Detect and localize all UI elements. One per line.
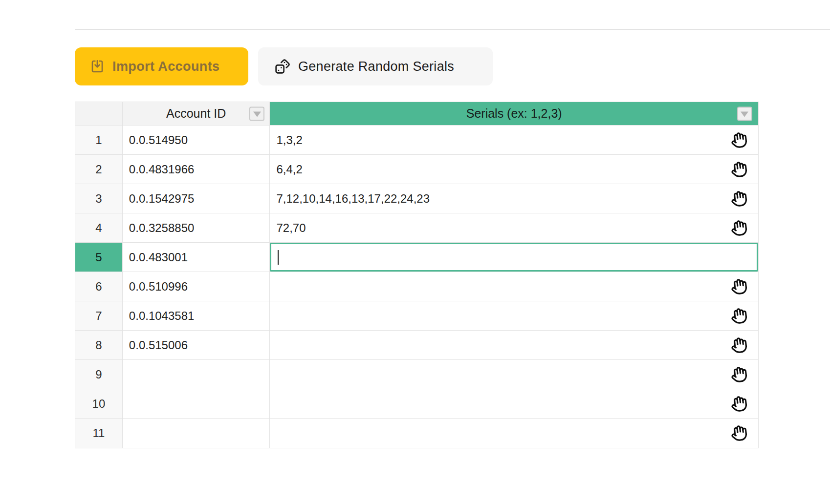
serials-cell[interactable] <box>270 360 758 389</box>
account-id-value: 0.0.1542975 <box>129 192 194 206</box>
serials-header-cell: Serials (ex: 1,2,3) <box>270 102 758 126</box>
grab-hand-icon[interactable] <box>730 219 748 237</box>
import-accounts-label: Import Accounts <box>112 59 220 74</box>
accounts-serials-table: Account ID Serials (ex: 1,2,3) 1 0.0.514… <box>75 102 759 448</box>
account-id-cell[interactable]: 0.0.1542975 <box>123 184 270 213</box>
table-row: 2 0.0.4831966 6,4,2 <box>75 155 758 184</box>
grab-hand-icon[interactable] <box>730 336 748 354</box>
row-number-cell[interactable]: 3 <box>75 184 123 213</box>
row-number-cell[interactable]: 7 <box>75 301 123 331</box>
table-row: 10 <box>75 389 758 419</box>
serials-header-label: Serials (ex: 1,2,3) <box>466 106 562 121</box>
table-header-row: Account ID Serials (ex: 1,2,3) <box>75 102 758 126</box>
grab-hand-icon[interactable] <box>730 277 748 295</box>
serials-cell[interactable]: 1,3,2 <box>270 126 758 155</box>
text-caret <box>278 250 279 265</box>
grab-hand-icon[interactable] <box>730 395 748 413</box>
serials-value: 7,12,10,14,16,13,17,22,24,23 <box>276 192 430 206</box>
serials-cell[interactable] <box>270 272 758 301</box>
row-number: 3 <box>95 192 102 206</box>
row-number-cell[interactable]: 2 <box>75 155 123 184</box>
row-number: 6 <box>95 280 102 294</box>
account-id-cell[interactable]: 0.0.510996 <box>123 272 270 301</box>
table-row: 3 0.0.1542975 7,12,10,14,16,13,17,22,24,… <box>75 184 758 213</box>
row-number: 8 <box>95 338 102 352</box>
account-id-value: 0.0.514950 <box>129 133 188 147</box>
account-id-value: 0.0.1043581 <box>129 309 194 323</box>
row-number: 9 <box>95 368 102 381</box>
row-number: 1 <box>95 133 102 147</box>
row-number: 7 <box>95 309 102 323</box>
account-id-filter-button[interactable] <box>249 106 264 121</box>
account-id-cell[interactable]: 0.0.4831966 <box>123 155 270 184</box>
account-id-value: 0.0.515006 <box>129 338 188 352</box>
table-row: 5 0.0.483001 <box>75 243 758 272</box>
filter-dropdown-triangle-icon <box>741 111 748 117</box>
account-id-cell[interactable]: 0.0.3258850 <box>123 213 270 243</box>
table-row: 7 0.0.1043581 <box>75 301 758 331</box>
serials-value: 1,3,2 <box>276 133 302 147</box>
account-id-cell[interactable]: 0.0.515006 <box>123 331 270 360</box>
account-id-cell[interactable] <box>123 360 270 389</box>
row-number-cell[interactable]: 4 <box>75 213 123 243</box>
row-number: 5 <box>95 251 102 264</box>
serials-cell[interactable] <box>270 389 758 419</box>
account-id-cell[interactable] <box>123 389 270 419</box>
serials-cell[interactable]: 6,4,2 <box>270 155 758 184</box>
grab-hand-icon[interactable] <box>730 160 748 178</box>
serials-edit-input[interactable] <box>270 243 758 272</box>
table-row: 9 <box>75 360 758 389</box>
account-id-value: 0.0.483001 <box>129 251 188 264</box>
row-number-cell[interactable]: 1 <box>75 126 123 155</box>
serials-value: 6,4,2 <box>276 163 302 176</box>
serials-cell[interactable] <box>270 301 758 331</box>
table-row: 11 <box>75 419 758 448</box>
row-number-cell[interactable]: 6 <box>75 272 123 301</box>
row-number: 4 <box>95 221 102 235</box>
account-id-header-label: Account ID <box>166 106 226 121</box>
row-number: 11 <box>92 426 105 440</box>
row-number-cell[interactable]: 5 <box>75 243 123 272</box>
serials-cell[interactable] <box>270 419 758 448</box>
row-number: 10 <box>92 397 106 411</box>
account-id-value: 0.0.510996 <box>129 280 188 294</box>
grab-hand-icon[interactable] <box>730 307 748 325</box>
grab-hand-icon[interactable] <box>730 365 748 383</box>
generate-random-serials-label: Generate Random Serials <box>298 59 454 74</box>
serials-cell[interactable] <box>270 331 758 360</box>
row-number-cell[interactable]: 8 <box>75 331 123 360</box>
serials-value: 72,70 <box>276 221 306 235</box>
grab-hand-icon[interactable] <box>730 131 748 149</box>
corner-header-cell <box>75 102 123 126</box>
account-id-value: 0.0.4831966 <box>129 163 194 176</box>
serials-cell[interactable]: 7,12,10,14,16,13,17,22,24,23 <box>270 184 758 213</box>
row-number-cell[interactable]: 9 <box>75 360 123 389</box>
table-row: 8 0.0.515006 <box>75 331 758 360</box>
top-divider <box>75 29 830 30</box>
import-tray-arrow-icon <box>90 59 105 74</box>
row-number-cell[interactable]: 10 <box>75 389 123 419</box>
account-id-cell[interactable]: 0.0.483001 <box>123 243 270 272</box>
row-number: 2 <box>95 163 102 176</box>
table-row: 6 0.0.510996 <box>75 272 758 301</box>
import-accounts-button[interactable]: Import Accounts <box>75 47 248 85</box>
table-row: 1 0.0.514950 1,3,2 <box>75 126 758 155</box>
account-id-cell[interactable] <box>123 419 270 448</box>
serials-cell[interactable] <box>270 243 758 272</box>
table-row: 4 0.0.3258850 72,70 <box>75 213 758 243</box>
grab-hand-icon[interactable] <box>730 189 748 208</box>
account-id-header-cell: Account ID <box>123 102 270 126</box>
serials-filter-button[interactable] <box>737 106 752 121</box>
dices-icon <box>275 59 290 74</box>
serials-cell[interactable]: 72,70 <box>270 213 758 243</box>
account-id-value: 0.0.3258850 <box>129 221 194 235</box>
filter-dropdown-triangle-icon <box>253 111 261 117</box>
account-id-cell[interactable]: 0.0.1043581 <box>123 301 270 331</box>
generate-random-serials-button[interactable]: Generate Random Serials <box>258 47 493 85</box>
grab-hand-icon[interactable] <box>730 424 748 442</box>
row-number-cell[interactable]: 11 <box>75 419 123 448</box>
account-id-cell[interactable]: 0.0.514950 <box>123 126 270 155</box>
